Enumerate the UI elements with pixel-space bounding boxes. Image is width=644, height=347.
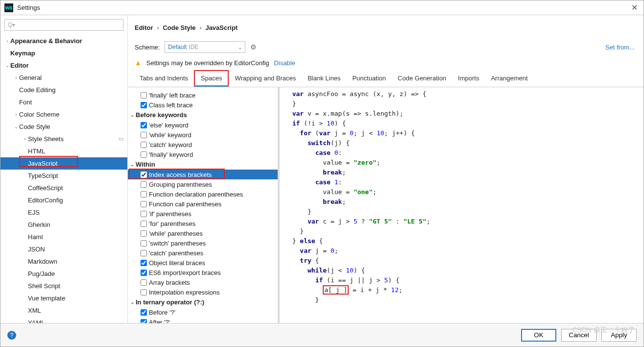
option--for-parentheses[interactable]: 'for' parentheses [128, 219, 278, 228]
set-from-link[interactable]: Set from... [605, 44, 635, 51]
tree-item-typescript[interactable]: TypeScript [0, 170, 127, 182]
option--finally-left-brace[interactable]: 'finally' left brace [128, 90, 278, 100]
checkbox[interactable] [141, 221, 147, 227]
option--if-parentheses[interactable]: 'if' parentheses [128, 209, 278, 219]
checkbox[interactable] [141, 191, 147, 198]
breadcrumb-2: JavaScript [205, 24, 238, 31]
tab-spaces[interactable]: Spaces [194, 70, 229, 87]
tree-item-coffeescript[interactable]: CoffeeScript [0, 182, 127, 194]
group-in-ternary-operator-[interactable]: ⌄In ternary operator (?:) [128, 297, 278, 307]
tree-item-yaml[interactable]: YAML [0, 317, 127, 323]
checkbox[interactable] [141, 250, 147, 256]
checkbox[interactable] [141, 142, 147, 148]
window-title: Settings [17, 4, 629, 11]
option-after-[interactable]: After '?' [128, 317, 278, 323]
checkbox[interactable] [141, 181, 147, 188]
tree-item-general[interactable]: ›General [0, 72, 127, 84]
checkbox[interactable] [141, 279, 147, 286]
option-before-[interactable]: Before '?' [128, 307, 278, 317]
checkbox[interactable] [141, 309, 147, 316]
tab-blank-lines[interactable]: Blank Lines [302, 71, 346, 87]
tree-item-html[interactable]: HTML [0, 145, 127, 157]
option-grouping-parentheses[interactable]: Grouping parentheses [128, 179, 278, 189]
tree-item-code-style[interactable]: ⌄Code Style [0, 121, 127, 133]
tree-item-haml[interactable]: Haml [0, 231, 127, 243]
tree-item-json[interactable]: JSON [0, 243, 127, 255]
tree-item-shell-script[interactable]: Shell Script [0, 280, 127, 292]
group-within[interactable]: ⌄Within [128, 159, 278, 170]
tree-item-keymap[interactable]: Keymap [0, 47, 127, 59]
option--finally-keyword[interactable]: 'finally' keyword [128, 149, 278, 159]
checkbox[interactable] [141, 260, 147, 266]
tab-code-generation[interactable]: Code Generation [392, 71, 452, 87]
apply-button[interactable]: Apply [601, 329, 637, 342]
cancel-button[interactable]: Cancel [561, 329, 596, 342]
checkbox[interactable] [141, 270, 147, 276]
option-es6-import-export-braces[interactable]: ES6 import/export braces [128, 268, 278, 277]
checkbox[interactable] [141, 319, 147, 323]
checkbox[interactable] [141, 132, 147, 138]
tree-item-pug-jade[interactable]: Pug/Jade [0, 268, 127, 280]
tree-item-editorconfig[interactable]: EditorConfig [0, 194, 127, 206]
option--switch-parentheses[interactable]: 'switch' parentheses [128, 238, 278, 248]
warning-row: ▲ Settings may be overridden by EditorCo… [128, 57, 644, 72]
chevron-icon: › [13, 112, 19, 117]
checkbox[interactable] [141, 230, 147, 237]
tree-item-font[interactable]: Font [0, 96, 127, 108]
option-object-literal-braces[interactable]: Object literal braces [128, 258, 278, 268]
tab-arrangement[interactable]: Arrangement [485, 71, 533, 87]
tab-wrapping-and-braces[interactable]: Wrapping and Braces [229, 71, 302, 87]
scheme-select[interactable]: Default IDE ⌄ [165, 41, 245, 53]
content-area: Q▾ ›Appearance & BehaviorKeymap⌄Editor›G… [0, 15, 644, 323]
tree-item-editor[interactable]: ⌄Editor [0, 59, 127, 72]
tab-tabs-and-indents[interactable]: Tabs and Indents [134, 71, 194, 87]
checkbox[interactable] [141, 151, 147, 158]
tree-item-xml[interactable]: XML [0, 304, 127, 317]
tab-bar: Tabs and IndentsSpacesWrapping and Brace… [128, 72, 644, 87]
highlight-box-array-access: a[ j ] [323, 285, 349, 295]
checkbox[interactable] [141, 211, 147, 217]
ok-button[interactable]: OK [521, 329, 556, 342]
option-class-left-brace[interactable]: Class left brace [128, 100, 278, 110]
tree-item-style-sheets[interactable]: ›Style Sheets▭ [0, 133, 127, 145]
checkbox[interactable] [141, 102, 147, 108]
group-before-keywords[interactable]: ⌄Before keywords [128, 110, 278, 120]
breadcrumb: Editor › Code Style › JavaScript [128, 18, 644, 37]
gear-icon[interactable]: ⚙ [250, 43, 257, 51]
option-interpolation-expressions[interactable]: Interpolation expressions [128, 287, 278, 297]
disable-link[interactable]: Disable [274, 59, 295, 67]
checkbox[interactable] [141, 289, 147, 296]
tree-item-ejs[interactable]: EJS [0, 206, 127, 219]
checkbox[interactable] [141, 122, 147, 128]
tree-item-color-scheme[interactable]: ›Color Scheme [0, 108, 127, 121]
tree-item-gherkin[interactable]: Gherkin [0, 219, 127, 231]
chevron-icon: ⌄ [13, 124, 19, 129]
option--else-keyword[interactable]: 'else' keyword [128, 120, 278, 130]
tab-punctuation[interactable]: Punctuation [346, 71, 392, 87]
checkbox[interactable] [141, 172, 147, 178]
option-array-brackets[interactable]: Array brackets [128, 277, 278, 287]
tree-item-markdown[interactable]: Markdown [0, 255, 127, 268]
tree-item-javascript[interactable]: JavaScript [0, 157, 127, 170]
option-index-access-brackets[interactable]: Index access brackets [128, 170, 278, 179]
close-icon[interactable]: ✕ [629, 3, 640, 12]
option--while-keyword[interactable]: 'while' keyword [128, 130, 278, 140]
checkbox[interactable] [141, 201, 147, 207]
window-titlebar: WS Settings ✕ [0, 0, 644, 15]
option--while-parentheses[interactable]: 'while' parentheses [128, 228, 278, 238]
option-function-call-parentheses[interactable]: Function call parentheses [128, 199, 278, 209]
sidebar: Q▾ ›Appearance & BehaviorKeymap⌄Editor›G… [0, 15, 128, 323]
help-icon[interactable]: ? [7, 331, 16, 340]
chevron-icon: › [4, 38, 10, 44]
option-function-declaration-parentheses[interactable]: Function declaration parentheses [128, 189, 278, 199]
tab-imports[interactable]: Imports [452, 71, 485, 87]
tree-item-code-editing[interactable]: Code Editing [0, 84, 127, 96]
tree-item-vue-template[interactable]: Vue template [0, 292, 127, 304]
search-input[interactable]: Q▾ [4, 19, 123, 31]
option--catch-keyword[interactable]: 'catch' keyword [128, 140, 278, 149]
checkbox[interactable] [141, 240, 147, 247]
breadcrumb-1: Code Style [163, 24, 195, 31]
tree-item-appearance-behavior[interactable]: ›Appearance & Behavior [0, 35, 127, 47]
checkbox[interactable] [141, 92, 147, 99]
option--catch-parentheses[interactable]: 'catch' parentheses [128, 248, 278, 258]
